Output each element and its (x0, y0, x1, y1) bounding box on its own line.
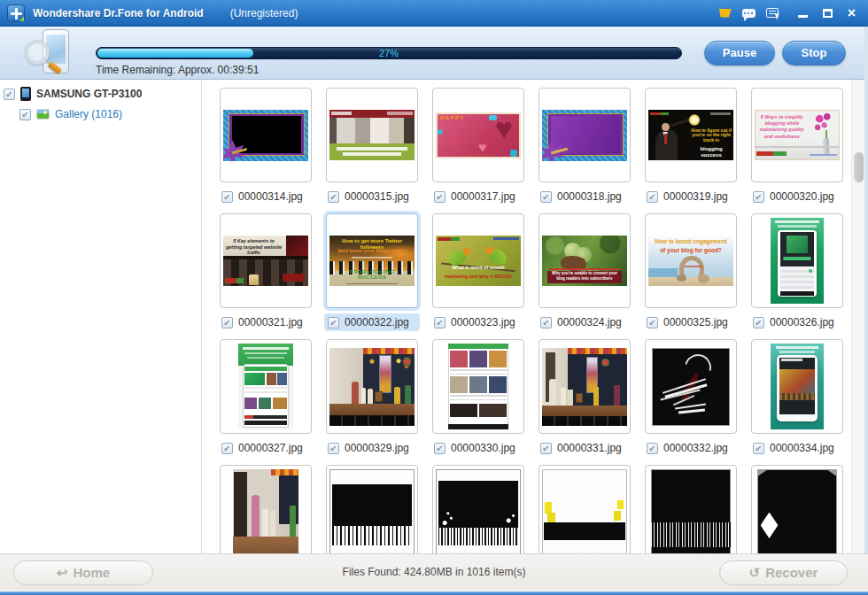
item-checkbox[interactable]: ✔ (221, 191, 233, 203)
thumbnail-card[interactable]: How to boost engagementof your blog for … (645, 213, 737, 308)
maximize-button[interactable] (823, 9, 833, 18)
survey-form-icon[interactable] (766, 8, 779, 18)
thumbnail-card[interactable] (220, 88, 312, 182)
purchase-cart-icon[interactable] (718, 9, 732, 18)
scrollbar-thumb[interactable] (854, 152, 864, 182)
item-checkbox[interactable]: ✔ (753, 443, 764, 454)
item-filename: 00000324.jpg (557, 316, 622, 328)
item-filename: 00000331.jpg (557, 442, 622, 454)
thumbnail-card[interactable] (539, 339, 631, 434)
thumbnail-card[interactable]: ♥♥♥HAPPY (432, 88, 524, 182)
item-filename: 00000322.jpg (345, 316, 409, 328)
item-checkbox[interactable]: ✔ (434, 443, 446, 454)
thumbnail-card[interactable] (539, 465, 631, 553)
vertical-scrollbar[interactable] (851, 80, 864, 553)
item-filename: 00000314.jpg (238, 190, 303, 203)
grid-item[interactable] (326, 465, 418, 553)
thumbnail-image (651, 469, 731, 554)
grid-item[interactable]: Why you're unable to convert your blog r… (539, 213, 631, 329)
item-checkbox[interactable]: ✔ (328, 317, 339, 328)
thumbnail-card[interactable] (326, 339, 418, 434)
sidebar-item-gallery[interactable]: ✔ Gallery (1016) (19, 108, 122, 120)
thumbnail-card[interactable]: How to get more Twitter followers(and bo… (326, 213, 418, 308)
thumbnail-card[interactable]: 6 Ways to simplify blogging while mainta… (751, 88, 843, 182)
grid-item[interactable] (645, 465, 737, 553)
thumbnail-card[interactable]: How to figure out if you're on the right… (645, 88, 737, 182)
item-filename: 00000320.jpg (770, 190, 834, 203)
grid-item[interactable]: ✔00000330.jpg (432, 339, 524, 455)
grid-item[interactable]: 5 Key elements to getting targeted websi… (220, 213, 312, 329)
grid-item[interactable]: ✔00000327.jpg (220, 339, 312, 455)
thumbnail-image: What is word of mouthmarketing and why i… (436, 236, 521, 286)
grid-item[interactable]: ♥♥♥HAPPY✔00000317.jpg (432, 88, 524, 204)
item-checkbox[interactable]: ✔ (434, 191, 446, 203)
grid-item[interactable]: ✔00000315.jpg (326, 88, 418, 204)
grid-item[interactable]: ✔00000334.jpg (751, 339, 843, 455)
item-checkbox[interactable]: ✔ (540, 191, 552, 203)
item-checkbox[interactable]: ✔ (328, 443, 339, 454)
item-filename: 00000319.jpg (663, 190, 728, 203)
grid-item[interactable]: ✔00000332.jpg (645, 339, 737, 455)
grid-item[interactable]: ✔00000318.jpg (539, 88, 631, 204)
item-checkbox[interactable]: ✔ (647, 191, 658, 203)
grid-item[interactable]: ✔00000326.jpg (751, 213, 843, 329)
thumbnail-card[interactable] (326, 465, 418, 553)
item-label-row: ✔00000324.jpg (539, 315, 631, 329)
grid-item[interactable]: 6 Ways to simplify blogging while mainta… (751, 88, 843, 204)
thumbnail-image (329, 110, 415, 160)
grid-item[interactable]: ✔00000329.jpg (326, 339, 418, 455)
grid-item[interactable] (539, 465, 631, 553)
grid-item[interactable]: What is word of mouthmarketing and why i… (432, 213, 524, 329)
device-checkbox[interactable]: ✔ (4, 89, 15, 100)
grid-item[interactable]: How to boost engagementof your blog for … (645, 213, 737, 329)
gallery-checkbox[interactable]: ✔ (19, 109, 31, 120)
sidebar-item-device[interactable]: ✔ SAMSUNG GT-P3100 (4, 87, 142, 101)
grid-item[interactable] (751, 465, 843, 553)
thumbnail-card[interactable] (220, 339, 312, 434)
item-filename: 00000330.jpg (451, 442, 515, 454)
home-button[interactable]: ↩Home (13, 560, 153, 585)
feedback-chat-icon[interactable] (742, 9, 756, 18)
thumbnail-image (771, 218, 824, 304)
item-checkbox[interactable]: ✔ (434, 317, 446, 328)
item-checkbox[interactable]: ✔ (647, 317, 658, 328)
thumbnail-card[interactable]: 5 Key elements to getting targeted websi… (220, 213, 312, 308)
grid-item[interactable]: How to get more Twitter followers(and bo… (326, 213, 418, 329)
grid-item[interactable]: How to figure out if you're on the right… (645, 88, 737, 204)
item-filename: 00000323.jpg (451, 316, 515, 328)
item-checkbox[interactable]: ✔ (221, 443, 233, 454)
minimize-button[interactable] (798, 15, 808, 18)
item-checkbox[interactable]: ✔ (540, 443, 552, 454)
grid-item[interactable]: ✔00000331.jpg (539, 339, 631, 455)
stop-button[interactable]: Stop (782, 41, 846, 66)
thumbnail-card[interactable]: What is word of mouthmarketing and why i… (432, 213, 524, 308)
progress-percent: 27% (97, 48, 681, 59)
grid-item[interactable] (432, 465, 524, 553)
grid-item[interactable] (220, 465, 312, 553)
item-checkbox[interactable]: ✔ (328, 191, 339, 203)
grid-item[interactable]: ✔00000314.jpg (220, 88, 312, 204)
thumbnail-card[interactable] (751, 213, 843, 308)
item-checkbox[interactable]: ✔ (753, 317, 764, 328)
item-checkbox[interactable]: ✔ (221, 317, 233, 328)
thumbnail-image (436, 469, 521, 554)
item-checkbox[interactable]: ✔ (540, 317, 552, 328)
pause-button[interactable]: Pause (704, 41, 775, 66)
item-checkbox[interactable]: ✔ (753, 191, 764, 203)
thumbnail-image (771, 344, 824, 429)
close-button[interactable]: × (848, 7, 856, 19)
recover-button[interactable]: ↺Recover (719, 560, 848, 585)
thumbnail-card[interactable]: Why you're unable to convert your blog r… (539, 213, 631, 308)
thumbnail-card[interactable] (539, 88, 631, 182)
thumbnail-card[interactable] (220, 465, 312, 553)
thumbnail-card[interactable] (751, 339, 843, 434)
thumbnail-card[interactable] (326, 88, 418, 182)
device-tree-sidebar: ✔ SAMSUNG GT-P3100 ✔ Gallery (1016) (0, 80, 202, 553)
item-checkbox[interactable]: ✔ (647, 443, 658, 454)
thumbnail-card[interactable] (432, 339, 524, 434)
thumbnail-card[interactable] (645, 339, 737, 434)
thumbnail-card[interactable] (751, 465, 843, 553)
thumbnail-image (542, 469, 627, 554)
thumbnail-card[interactable] (645, 465, 737, 553)
thumbnail-card[interactable] (432, 465, 524, 553)
